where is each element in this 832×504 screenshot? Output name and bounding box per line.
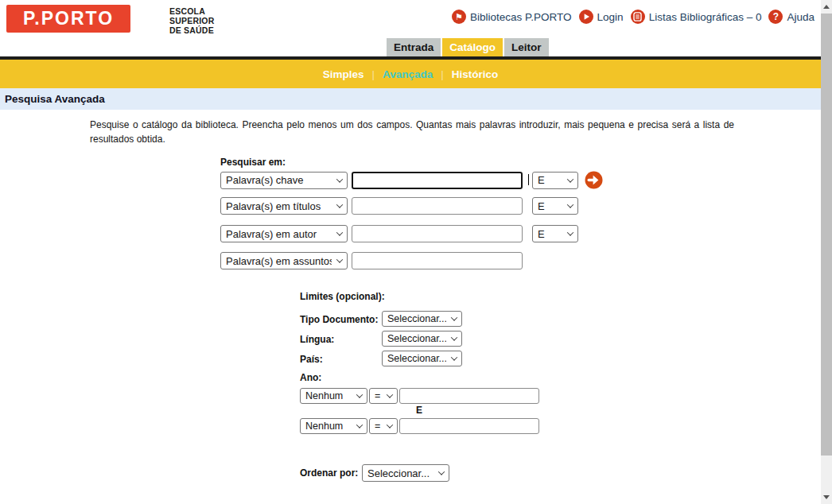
subnav-separator: | [441,68,444,80]
pais-select[interactable]: Seleccionar... [382,351,462,366]
chevron-down-icon [438,468,445,475]
link-bibliotecas[interactable]: ⚑ Bibliotecas P.PORTO [452,10,572,24]
ordenar-por-select[interactable]: Seleccionar... [362,464,449,482]
lingua-label: Língua: [300,334,334,345]
school-line: SUPERIOR [169,16,214,25]
link-login-label: Login [597,11,624,23]
tab-leitor[interactable]: Leitor [504,38,549,56]
school-name: ESCOLA SUPERIOR DE SAÚDE [169,6,214,35]
ano-join-label: E [300,405,538,416]
tipo-documento-label: Tipo Documento: [300,314,378,325]
link-ajuda-label: Ajuda [787,11,815,23]
ano-comparator-select-1[interactable]: = [369,388,398,404]
search-row-2: Palavra(s) em títulos E [220,197,578,215]
chevron-down-icon [387,421,393,428]
header-links: ⚑ Bibliotecas P.PORTO Login Listas Bibli… [452,10,815,24]
link-bibliotecas-label: Bibliotecas P.PORTO [470,11,572,23]
search-term-input-2[interactable] [352,197,523,215]
chevron-down-icon [451,334,457,340]
ano-row-2: Nenhum = [300,418,539,434]
operator-select-3[interactable]: E [532,225,578,242]
pporto-logo[interactable]: P.PORTO [6,5,130,33]
vertical-scrollbar[interactable] [821,0,832,504]
play-icon [579,10,593,24]
ano-value-input-1[interactable] [399,388,539,404]
subnav-separator: | [371,68,375,80]
chevron-down-icon [567,176,573,182]
chevron-down-icon [356,421,363,428]
help-icon: ? [768,10,783,24]
subnav-simples[interactable]: Simples [323,68,364,80]
search-term-input-4[interactable] [352,252,523,269]
search-row-3: Palavra(s) em autor E [220,225,578,242]
chevron-down-icon [387,391,393,397]
operator-select-1[interactable]: E [532,172,578,189]
page-description: Pesquise o catálogo da biblioteca. Preen… [90,118,734,146]
limits-section-label: Limites (opcional): [300,291,385,302]
search-field-select-1[interactable]: Palavra(s) chave [220,172,348,189]
list-icon [631,10,645,24]
page: P.PORTO ESCOLA SUPERIOR DE SAÚDE ⚑ Bibli… [0,0,832,504]
ordenar-por-label: Ordenar por: [300,467,358,479]
pais-label: País: [300,354,323,365]
pais-row: Seleccionar... [382,351,462,366]
catalog-subnav: Simples | Avançada | Histórico [0,60,821,88]
tipo-documento-row: Seleccionar... [382,311,462,327]
chevron-down-icon [451,354,457,360]
chevron-down-icon [356,391,363,397]
page-title: Pesquisa Avançada [5,93,105,105]
scroll-down-button[interactable] [821,490,832,504]
arrow-right-icon [585,171,603,189]
subnav-avancada[interactable]: Avançada [383,68,433,80]
submit-search-button[interactable] [585,171,603,189]
ano-label: Ano: [300,372,321,383]
chevron-down-icon [336,176,343,182]
logo-text: P.PORTO [23,8,114,29]
triangle-down-icon [823,495,830,499]
ano-row-1: Nenhum = [300,388,539,404]
lingua-row: Seleccionar... [382,331,462,347]
search-field-select-2[interactable]: Palavra(s) em títulos [220,197,348,215]
scroll-up-button[interactable] [821,0,832,14]
chevron-down-icon [451,314,457,320]
operator-select-2[interactable]: E [532,197,578,215]
search-row-1: Palavra(s) chave E [220,171,603,189]
ano-field-select-1[interactable]: Nenhum [300,388,367,404]
search-field-select-3[interactable]: Palavra(s) em autor [220,225,348,242]
flag-icon: ⚑ [452,10,466,24]
ordenar-por-row: Seleccionar... [362,464,449,482]
chevron-down-icon [336,256,343,262]
chevron-down-icon [567,201,573,207]
link-listas-label: Listas Bibliográficas – 0 [649,11,762,23]
link-ajuda[interactable]: ? Ajuda [768,10,815,24]
tipo-documento-select[interactable]: Seleccionar... [382,311,462,327]
search-term-input-1[interactable] [352,172,523,189]
link-login[interactable]: Login [579,10,624,24]
scrollbar-thumb[interactable] [821,14,832,456]
chevron-down-icon [567,229,573,235]
school-line: ESCOLA [169,6,214,16]
search-field-select-4[interactable]: Palavra(s) em assuntos [220,252,348,269]
main-tabs: Entrada Catálogo Leitor [387,38,549,56]
page-title-bar: Pesquisa Avançada [0,88,821,110]
text-cursor [528,174,529,185]
search-term-input-3[interactable] [352,225,523,242]
link-listas-bibliograficas[interactable]: Listas Bibliográficas – 0 [631,10,762,24]
triangle-up-icon [823,5,830,9]
ano-comparator-select-2[interactable]: = [369,418,398,434]
lingua-select[interactable]: Seleccionar... [382,331,462,347]
tab-entrada[interactable]: Entrada [387,38,441,56]
ano-field-select-2[interactable]: Nenhum [300,418,367,434]
tab-catalogo[interactable]: Catálogo [442,38,503,56]
search-row-4: Palavra(s) em assuntos [220,252,523,269]
chevron-down-icon [336,229,343,235]
school-line: DE SAÚDE [169,25,214,35]
search-section-label: Pesquisar em: [220,157,286,168]
subnav-historico[interactable]: Histórico [452,68,499,80]
ano-value-input-2[interactable] [399,418,539,434]
chevron-down-icon [336,201,343,207]
